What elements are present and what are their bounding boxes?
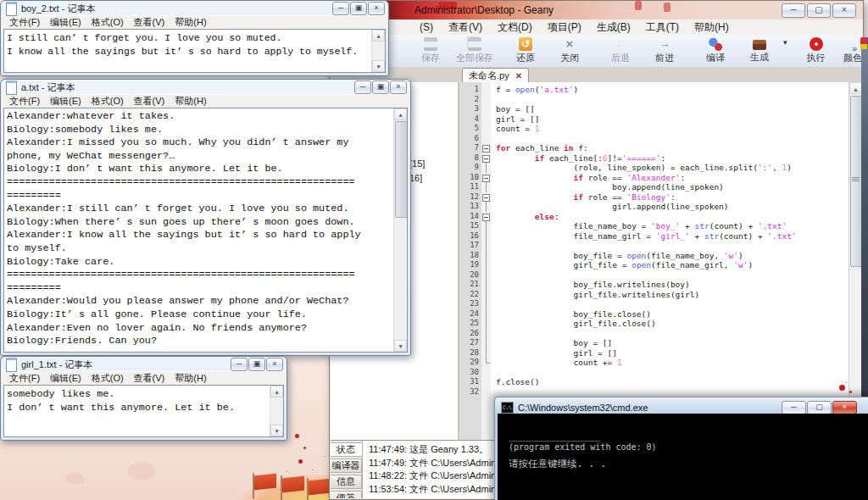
geany-editor[interactable]: 1234567891011121314151617181920212223242… — [459, 82, 849, 440]
code-area[interactable]: f = open('a.txt') boy = []girl = []count… — [491, 82, 849, 440]
message-tab-便笺[interactable]: 便笺 — [331, 491, 362, 498]
menu-item[interactable]: 文件(F) — [4, 372, 45, 385]
restore-button[interactable]: ▣ — [372, 81, 389, 94]
fold-margin[interactable] — [481, 82, 491, 440]
menu-item[interactable]: 格式(O) — [86, 372, 129, 385]
cmd-titlebar[interactable]: C:\ C:\Windows\system32\cmd.exe ─ ▢ × — [495, 397, 868, 415]
line-number: 26 — [459, 329, 479, 339]
menu-item[interactable]: 查看(V) — [129, 16, 170, 29]
notepad-boy2-window: boy_2.txt - 记事本 ─ ▣ × 文件(F)编辑(E)格式(O)查看(… — [0, 0, 389, 76]
maximize-button[interactable]: ▢ — [807, 401, 832, 414]
minimize-button[interactable]: ─ — [782, 401, 806, 414]
code-line: boy_file.writelines(boy) — [496, 280, 849, 290]
scroll-up-icon[interactable]: ▲ — [394, 108, 407, 120]
menu-item[interactable]: 文件(F) — [4, 16, 45, 29]
toolbar-forward-button[interactable]: 前进 — [643, 36, 687, 65]
toolbar-revert-button[interactable]: 还原 — [504, 36, 548, 65]
fold-margin-cell — [481, 95, 491, 105]
notepad-text-area[interactable]: ▲ ▼ I still can’ t forget you. I love yo… — [3, 29, 386, 73]
toolbar-compile-button[interactable]: 编译 — [693, 36, 737, 65]
minimize-button[interactable]: ─ — [332, 2, 349, 15]
line-number: 2 — [459, 95, 479, 105]
notepad-titlebar[interactable]: girl_1.txt - 记事本 ─ ▣ × — [1, 357, 287, 371]
fold-margin-cell — [481, 377, 491, 387]
menu-item[interactable]: (S) — [412, 21, 441, 33]
toolbar-overflow-chevron[interactable]: » — [852, 43, 857, 53]
minimize-button[interactable]: ─ — [231, 358, 248, 371]
notepad-scrollbar[interactable]: ▲ ▼ — [270, 386, 283, 436]
editor-scrollbar[interactable]: ▲ — [849, 82, 862, 440]
notepad-window-title: girl_1.txt - 记事本 — [21, 358, 92, 371]
maximize-button[interactable]: ▢ — [807, 3, 831, 18]
minimize-button[interactable]: ─ — [354, 81, 371, 94]
message-tab-状态[interactable]: 状态 — [331, 442, 362, 457]
menu-item[interactable]: 查看(V) — [441, 20, 490, 35]
forward-icon — [658, 37, 671, 51]
tab-close-icon[interactable]: ✕ — [515, 71, 522, 81]
menu-item[interactable]: 格式(O) — [86, 16, 129, 29]
toolbar-close-button[interactable]: 关闭 — [548, 36, 592, 65]
notepad-titlebar[interactable]: a.txt - 记事本 ─ ▣ × — [1, 80, 410, 94]
text-line: I still can’ t forget you. I love you so… — [4, 31, 385, 45]
scroll-up-icon[interactable]: ▲ — [270, 386, 283, 397]
fold-collapse-icon[interactable] — [481, 143, 491, 153]
menu-item[interactable]: 帮助(H) — [170, 16, 211, 29]
fold-collapse-icon[interactable] — [481, 153, 491, 164]
menu-item[interactable]: 查看(V) — [129, 372, 170, 385]
restore-button[interactable]: ▣ — [248, 358, 265, 371]
scroll-down-icon[interactable]: ▼ — [394, 340, 407, 352]
message-tab-编译器[interactable]: 编译器 — [331, 458, 362, 473]
toolbar-execute-button[interactable]: 执行 — [794, 36, 838, 65]
text-line: phone, my WeChat messenger?… — [4, 150, 407, 164]
menu-item[interactable]: 编辑(E) — [45, 16, 86, 29]
menu-item[interactable]: 生成(B) — [589, 20, 638, 35]
wallpaper-flag — [254, 474, 276, 491]
text-line: Biology:Take care. — [4, 256, 407, 269]
menu-item[interactable]: 工具(T) — [638, 20, 687, 35]
scroll-down-icon[interactable]: ▼ — [372, 60, 385, 72]
menu-item[interactable]: 编辑(E) — [45, 95, 86, 108]
close-button[interactable]: × — [390, 81, 407, 94]
notepad-text-area[interactable]: ▲ ▼ Alexander:whatever it takes.Biology:… — [3, 108, 408, 353]
code-line — [496, 270, 849, 281]
scrollbar-thumb[interactable] — [395, 121, 408, 218]
toolbar-build-button[interactable]: 生成 — [737, 37, 782, 64]
close-button[interactable]: × — [832, 401, 857, 414]
notepad-titlebar[interactable]: boy_2.txt - 记事本 ─ ▣ × — [1, 1, 388, 15]
tab-unnamed-py[interactable]: 未命名.py ✕ — [462, 68, 529, 83]
fold-collapse-icon[interactable] — [481, 212, 491, 222]
menu-item[interactable]: 项目(P) — [540, 20, 589, 35]
fold-collapse-icon[interactable] — [481, 192, 491, 203]
menu-item[interactable]: 帮助(H) — [170, 372, 211, 385]
menu-item[interactable]: 查看(V) — [129, 95, 170, 108]
menu-item[interactable]: 编辑(E) — [45, 372, 86, 385]
code-line: girl_file = open(file_name_girl, 'w') — [496, 260, 849, 270]
notepad-scrollbar[interactable]: ▲ ▼ — [393, 108, 407, 352]
terminal-output[interactable]: __________________(program exited with c… — [498, 414, 868, 500]
menu-item[interactable]: 文档(D) — [490, 20, 540, 35]
scroll-down-icon[interactable]: ▼ — [270, 425, 283, 436]
message-tab-信息[interactable]: 信息 — [331, 475, 362, 489]
chevron-down-icon[interactable]: ▾ — [783, 38, 787, 47]
restore-button[interactable]: ▣ — [350, 2, 367, 15]
background-window-edge — [861, 49, 868, 397]
menu-item[interactable]: 格式(O) — [86, 95, 129, 108]
close-button[interactable]: × — [266, 358, 283, 371]
symbol-line-fragment[interactable]: 16] — [409, 173, 422, 183]
scroll-up-icon[interactable]: ▲ — [849, 82, 862, 94]
geany-titlebar[interactable]: Administrator\Desktop - Geany ─ ▢ × — [330, 1, 863, 19]
close-button[interactable]: × — [368, 2, 385, 15]
code-line — [496, 329, 849, 339]
symbol-line-fragment[interactable]: [15] — [409, 158, 425, 169]
scroll-up-icon[interactable]: ▲ — [372, 30, 385, 42]
terminal-line: 请按任意键继续. . . — [509, 458, 865, 469]
close-button[interactable]: × — [832, 3, 856, 18]
menu-item[interactable]: 帮助(H) — [687, 20, 737, 35]
menu-item[interactable]: 文件(F) — [4, 95, 45, 108]
menu-item[interactable]: 帮助(H) — [170, 95, 211, 108]
notepad-scrollbar[interactable]: ▲ ▼ — [371, 30, 385, 72]
minimize-button[interactable]: ─ — [782, 3, 805, 18]
line-number: 24 — [459, 309, 479, 319]
notepad-text-area[interactable]: ▲ ▼ somebody likes me.I don’ t want this… — [3, 385, 284, 437]
fold-collapse-icon[interactable] — [481, 173, 491, 183]
